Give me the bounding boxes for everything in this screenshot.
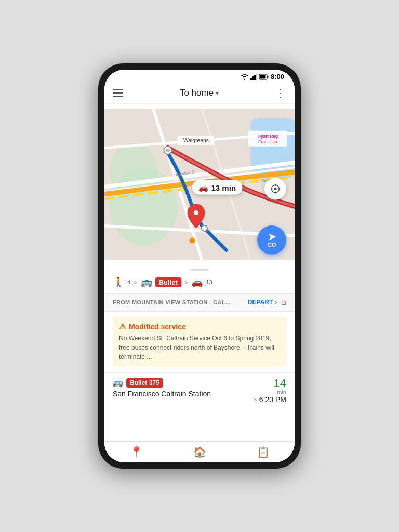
svg-point-18 — [166, 149, 170, 153]
nav-item-home[interactable]: 🏠 — [168, 442, 231, 462]
status-right: 8:00 — [241, 73, 284, 81]
svg-rect-1 — [252, 76, 254, 80]
alert-box: ⚠ Modified service No Weekend SF Caltrai… — [113, 317, 286, 367]
car-route-icon: 🚗 — [191, 276, 203, 288]
service-row[interactable]: 🚌 Bullet 375 San Francisco Caltrain Stat… — [104, 372, 295, 409]
svg-text:Walgreens: Walgreens — [183, 138, 209, 143]
explore-icon: 📍 — [130, 446, 143, 458]
phone-frame: 8:00 To home ▾ ⋮ — [98, 63, 301, 469]
service-station-text: San Francisco Caltrain Station — [113, 390, 211, 398]
depart-arrow: › — [275, 299, 277, 306]
service-left: 🚌 Bullet 375 San Francisco Caltrain Stat… — [113, 378, 211, 398]
station-text: FROM MOUNTAIN VIEW STATION - CAL... — [113, 299, 248, 305]
hamburger-menu[interactable] — [113, 89, 123, 97]
svg-rect-5 — [260, 75, 265, 78]
alert-title: ⚠ Modified service — [119, 322, 280, 331]
bottom-panel: 🚶 4 > 🚌 Bullet > 🚗 13 FROM MOUNTAIN VIEW… — [104, 265, 295, 462]
phone-inner: 8:00 To home ▾ ⋮ — [104, 70, 295, 462]
car-icon: 🚗 — [198, 183, 208, 192]
service-time-number: 14 — [274, 378, 286, 389]
svg-point-20 — [202, 225, 207, 231]
go-label: GO — [267, 242, 276, 248]
service-bullet-badge: Bullet 375 — [126, 378, 163, 388]
svg-point-31 — [274, 188, 277, 191]
depart-button[interactable]: DEPART › — [248, 299, 277, 306]
walk-num: 4 — [127, 279, 130, 285]
service-time-row: > 6:20 PM — [253, 395, 286, 404]
map-area: Walgreens Hyatt Reg Francisco Rollins Rd… — [104, 104, 295, 265]
arrow-icon-2: > — [184, 278, 189, 286]
service-time-clock: 6:20 PM — [259, 395, 286, 404]
page-title: To home — [180, 88, 214, 98]
alert-text: No Weekend SF Caltrain Service Oct 6 to … — [119, 334, 280, 362]
hamburger-line-3 — [113, 96, 123, 97]
arrow-icon-1: > — [134, 278, 138, 286]
nav-item-explore[interactable]: 📍 — [104, 442, 168, 462]
svg-point-22 — [194, 210, 198, 215]
svg-text:Francisco: Francisco — [258, 139, 277, 144]
car-num: 13 — [206, 279, 212, 285]
status-bar: 8:00 — [104, 70, 295, 83]
service-right: 14 min > 6:20 PM — [253, 378, 286, 404]
alert-title-text: Modified service — [129, 323, 186, 331]
warning-icon: ⚠ — [119, 322, 126, 331]
transit-icon: 🚌 — [141, 276, 152, 288]
signal-icon — [250, 74, 257, 80]
svg-rect-2 — [254, 75, 256, 80]
time-badge-text: 13 min — [211, 183, 236, 192]
more-options-button[interactable]: ⋮ — [275, 87, 286, 99]
go-arrow-icon: ➤ — [268, 232, 276, 242]
go-button[interactable]: ➤ GO — [257, 225, 286, 255]
updates-icon: 📋 — [257, 446, 270, 458]
depart-label: DEPART — [248, 299, 273, 306]
service-time-arrow: > — [253, 396, 257, 404]
home-icon: ⌂ — [281, 298, 286, 307]
status-time: 8:00 — [271, 73, 284, 81]
hamburger-line-2 — [113, 92, 123, 94]
location-button[interactable] — [264, 178, 286, 200]
service-clock-period: PM — [275, 395, 286, 404]
service-clock-val: 6:20 — [259, 395, 273, 404]
time-badge: 🚗 13 min — [192, 180, 243, 195]
svg-rect-6 — [267, 76, 268, 78]
svg-rect-3 — [256, 74, 257, 80]
svg-text:Hyatt Reg: Hyatt Reg — [258, 134, 278, 139]
chevron-down-icon: ▾ — [216, 89, 219, 97]
top-bar: To home ▾ ⋮ — [104, 83, 295, 104]
drag-handle — [190, 269, 209, 271]
bullet-badge: Bullet — [155, 277, 181, 287]
service-transit-icon: 🚌 — [113, 378, 123, 388]
battery-icon — [259, 74, 269, 80]
route-summary: 🚶 4 > 🚌 Bullet > 🚗 13 — [104, 274, 295, 293]
svg-rect-0 — [250, 78, 252, 80]
service-time-label: min — [277, 389, 286, 395]
wifi-icon — [241, 74, 248, 80]
station-row: FROM MOUNTAIN VIEW STATION - CAL... DEPA… — [104, 293, 295, 312]
hamburger-line-1 — [113, 89, 123, 90]
title-container[interactable]: To home ▾ — [180, 88, 219, 98]
svg-point-19 — [189, 237, 195, 243]
walk-icon: 🚶 — [113, 276, 124, 288]
service-badge-row: 🚌 Bullet 375 — [113, 378, 211, 388]
bottom-nav: 📍 🏠 📋 — [104, 441, 295, 462]
location-icon — [270, 183, 281, 194]
home-nav-icon: 🏠 — [193, 446, 206, 458]
nav-item-updates[interactable]: 📋 — [231, 442, 295, 462]
